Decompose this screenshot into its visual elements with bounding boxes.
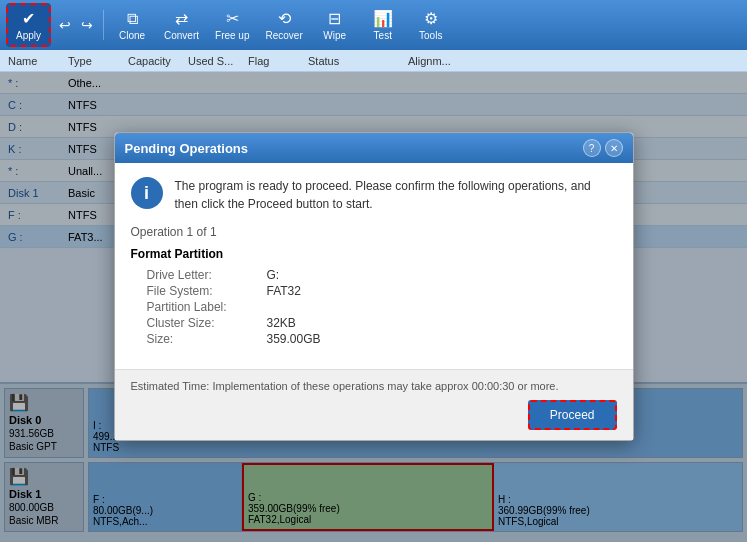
col-header-name: Name bbox=[8, 55, 68, 67]
main-area: * : Othe... C : NTFS D : NTFS K : NTFS *… bbox=[0, 72, 747, 542]
wipe-button[interactable]: ⊟ Wipe bbox=[313, 5, 357, 45]
tools-label: Tools bbox=[419, 30, 442, 41]
toolbar: ✔ Apply ↩ ↪ ⧉ Clone ⇄ Convert ✂ Free up … bbox=[0, 0, 747, 50]
dialog-info-icon: i bbox=[131, 177, 163, 209]
field-value: 32KB bbox=[267, 315, 329, 331]
dialog-footer: Estimated Time: Implementation of these … bbox=[115, 369, 633, 440]
dialog-help-button[interactable]: ? bbox=[583, 139, 601, 157]
field-label: File System: bbox=[147, 283, 267, 299]
clone-label: Clone bbox=[119, 30, 145, 41]
clone-button[interactable]: ⧉ Clone bbox=[110, 6, 154, 45]
apply-icon: ✔ bbox=[22, 9, 35, 28]
field-label: Size: bbox=[147, 331, 267, 347]
table-row: Cluster Size: 32KB bbox=[147, 315, 329, 331]
field-value bbox=[267, 299, 329, 315]
redo-button[interactable]: ↪ bbox=[77, 13, 97, 37]
undo-button[interactable]: ↩ bbox=[55, 13, 75, 37]
field-value: 359.00GB bbox=[267, 331, 329, 347]
table-row: Size: 359.00GB bbox=[147, 331, 329, 347]
col-header-flag: Flag bbox=[248, 55, 308, 67]
convert-button[interactable]: ⇄ Convert bbox=[158, 5, 205, 45]
apply-button[interactable]: ✔ Apply bbox=[6, 3, 51, 47]
col-header-status: Status bbox=[308, 55, 408, 67]
field-value: FAT32 bbox=[267, 283, 329, 299]
clone-icon: ⧉ bbox=[127, 10, 138, 28]
dialog-format-section: Format Partition Drive Letter: G: File S… bbox=[131, 247, 617, 347]
table-row: File System: FAT32 bbox=[147, 283, 329, 299]
tools-icon: ⚙ bbox=[424, 9, 438, 28]
dialog-section-title: Format Partition bbox=[131, 247, 617, 261]
undo-redo-group: ↩ ↪ bbox=[55, 13, 97, 37]
convert-icon: ⇄ bbox=[175, 9, 188, 28]
dialog-operation-count: Operation 1 of 1 bbox=[131, 225, 617, 239]
free-up-button[interactable]: ✂ Free up bbox=[209, 5, 255, 45]
field-label: Cluster Size: bbox=[147, 315, 267, 331]
free-up-label: Free up bbox=[215, 30, 249, 41]
dialog-op-details: Drive Letter: G: File System: FAT32 Part… bbox=[147, 267, 617, 347]
col-header-capacity: Capacity bbox=[128, 55, 188, 67]
estimated-time: Estimated Time: Implementation of these … bbox=[131, 380, 617, 392]
table-header: Name Type Capacity Used S... Flag Status… bbox=[0, 50, 747, 72]
tools-button[interactable]: ⚙ Tools bbox=[409, 5, 453, 45]
free-up-icon: ✂ bbox=[226, 9, 239, 28]
dialog-overlay: Pending Operations ? ✕ i The program is … bbox=[0, 72, 747, 542]
table-row: Partition Label: bbox=[147, 299, 329, 315]
field-label: Drive Letter: bbox=[147, 267, 267, 283]
field-label: Partition Label: bbox=[147, 299, 267, 315]
dialog-info-row: i The program is ready to proceed. Pleas… bbox=[131, 177, 617, 213]
test-button[interactable]: 📊 Test bbox=[361, 5, 405, 45]
col-header-used: Used S... bbox=[188, 55, 248, 67]
recover-icon: ⟲ bbox=[278, 9, 291, 28]
dialog-info-text: The program is ready to proceed. Please … bbox=[175, 177, 617, 213]
col-header-type: Type bbox=[68, 55, 128, 67]
recover-label: Recover bbox=[266, 30, 303, 41]
table-row: Drive Letter: G: bbox=[147, 267, 329, 283]
pending-operations-dialog: Pending Operations ? ✕ i The program is … bbox=[114, 132, 634, 441]
test-label: Test bbox=[374, 30, 392, 41]
dialog-titlebar-buttons: ? ✕ bbox=[583, 139, 623, 157]
separator-1 bbox=[103, 10, 104, 40]
dialog-title: Pending Operations bbox=[125, 141, 249, 156]
dialog-titlebar: Pending Operations ? ✕ bbox=[115, 133, 633, 163]
field-value: G: bbox=[267, 267, 329, 283]
apply-label: Apply bbox=[16, 30, 41, 41]
recover-button[interactable]: ⟲ Recover bbox=[260, 5, 309, 45]
convert-label: Convert bbox=[164, 30, 199, 41]
dialog-close-button[interactable]: ✕ bbox=[605, 139, 623, 157]
col-header-align: Alignm... bbox=[408, 55, 488, 67]
proceed-button[interactable]: Proceed bbox=[528, 400, 617, 430]
wipe-label: Wipe bbox=[323, 30, 346, 41]
dialog-actions: Proceed bbox=[131, 400, 617, 430]
wipe-icon: ⊟ bbox=[328, 9, 341, 28]
test-icon: 📊 bbox=[373, 9, 393, 28]
dialog-body: i The program is ready to proceed. Pleas… bbox=[115, 163, 633, 369]
